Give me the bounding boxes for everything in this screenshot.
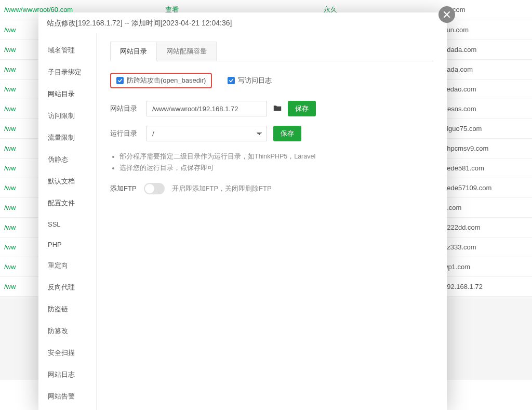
- sidebar-item[interactable]: 反向代理: [38, 276, 96, 298]
- label-site-dir: 网站目录: [110, 104, 140, 113]
- sidebar-item[interactable]: 流量限制: [38, 127, 96, 149]
- hints-list: 部分程序需要指定二级目录作为运行目录，如ThinkPHP5，Laravel选择您…: [110, 151, 433, 174]
- site-dir-input[interactable]: [147, 101, 267, 116]
- sidebar-item[interactable]: SSL: [38, 214, 96, 234]
- content-tabs: 网站目录网站配额容量: [110, 42, 433, 61]
- sidebar-item[interactable]: 访问限制: [38, 105, 96, 127]
- sidebar-item[interactable]: 防篡改: [38, 320, 96, 342]
- cell-domain[interactable]: fresns.com: [439, 99, 532, 118]
- sidebar-item[interactable]: 重定向: [38, 255, 96, 276]
- save-site-dir-button[interactable]: 保存: [288, 101, 316, 116]
- sidebar-item[interactable]: 网站日志: [38, 364, 96, 386]
- cell-domain[interactable]: adada.com: [439, 39, 532, 59]
- sidebar-item[interactable]: 安全扫描: [38, 342, 96, 364]
- sidebar-item[interactable]: 子目录绑定: [38, 61, 96, 83]
- ftp-desc: 开启即添加FTP，关闭即删除FTP: [172, 184, 272, 193]
- cell-domain[interactable]: diguo75.com: [439, 118, 532, 138]
- cell-domain[interactable]: dede57109.com: [439, 178, 532, 197]
- cell-domain[interactable]: phpcmsv9.com: [439, 138, 532, 158]
- modal-sidebar: 域名管理子目录绑定网站目录访问限制流量限制伪静态默认文档配置文件SSLPHP重定…: [38, 33, 97, 410]
- cell-domain[interactable]: xun.com: [439, 20, 532, 39]
- site-edit-modal: 站点修改[192.168.1.72] -- 添加时间[2023-04-21 12…: [38, 12, 447, 410]
- cell-domain[interactable]: dz333.com: [439, 237, 532, 257]
- cell-domain[interactable]: dada.com: [439, 59, 532, 79]
- sidebar-item[interactable]: 防盗链: [38, 298, 96, 320]
- cell-domain[interactable]: wp1.com: [439, 257, 532, 276]
- checkbox-write-log-label: 写访问日志: [238, 76, 272, 85]
- folder-icon[interactable]: [273, 104, 282, 113]
- checkbox-write-log[interactable]: 写访问日志: [224, 74, 275, 87]
- cell-domain[interactable]: 192.168.1.72: [439, 276, 532, 296]
- modal-title: 站点修改[192.168.1.72] -- 添加时间[2023-04-21 12…: [38, 12, 447, 33]
- cell-domain[interactable]: d222dd.com: [439, 217, 532, 237]
- sidebar-item[interactable]: PHP: [38, 234, 96, 255]
- hint-item: 部分程序需要指定二级目录作为运行目录，如ThinkPHP5，Laravel: [119, 151, 433, 162]
- ftp-switch[interactable]: [144, 183, 165, 194]
- sidebar-item[interactable]: 网站告警: [38, 386, 96, 407]
- label-add-ftp: 添加FTP: [110, 184, 137, 193]
- checkbox-open-basedir-label: 防跨站攻击(open_basedir): [127, 76, 206, 85]
- label-run-dir: 运行目录: [110, 129, 140, 138]
- sidebar-item[interactable]: 域名管理: [38, 39, 96, 61]
- checkbox-open-basedir[interactable]: 防跨站攻击(open_basedir): [110, 73, 212, 88]
- run-dir-select[interactable]: /: [147, 126, 267, 141]
- sidebar-item[interactable]: 伪静态: [38, 149, 96, 170]
- sidebar-item[interactable]: 网站目录: [38, 83, 96, 105]
- cell-domain[interactable]: dede581.com: [439, 158, 532, 178]
- hint-item: 选择您的运行目录，点保存即可: [119, 162, 433, 174]
- tab[interactable]: 网站目录: [110, 42, 157, 61]
- cell-domain[interactable]: 6.com: [439, 197, 532, 217]
- save-run-dir-button[interactable]: 保存: [273, 126, 301, 141]
- sidebar-item[interactable]: 默认文档: [38, 170, 96, 192]
- sidebar-item[interactable]: 其他设置: [38, 407, 96, 410]
- tab[interactable]: 网站配额容量: [157, 42, 217, 61]
- close-icon[interactable]: [438, 6, 455, 23]
- sidebar-item[interactable]: 配置文件: [38, 192, 96, 214]
- cell-domain[interactable]: kedao.com: [439, 79, 532, 99]
